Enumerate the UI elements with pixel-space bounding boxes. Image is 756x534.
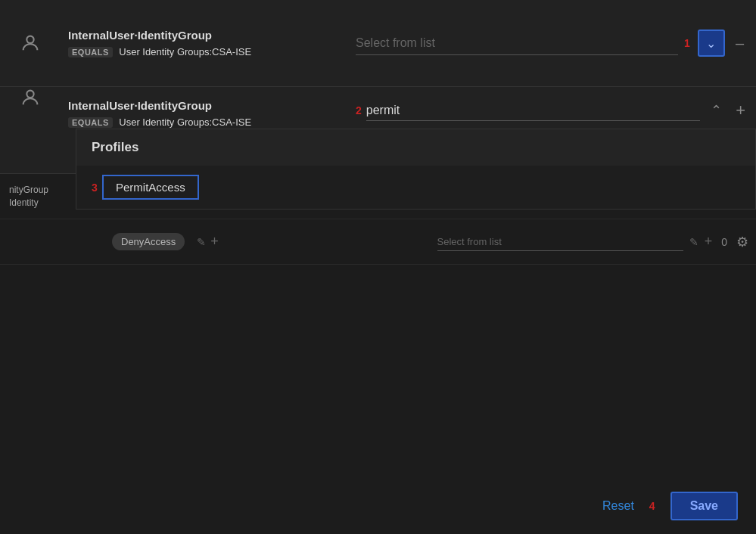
- step-badge-2: 2: [356, 104, 362, 116]
- plus-icon-2[interactable]: +: [210, 234, 219, 250]
- svg-point-1: [26, 91, 33, 98]
- footer: Reset 4 Save: [584, 478, 756, 534]
- pencil-icon-2[interactable]: ✎: [689, 236, 698, 248]
- suggestion-item-1[interactable]: 3 PermitAccess: [76, 166, 755, 209]
- condition-detail-1: EQUALS User Identity Groups:CSA-ISE: [68, 45, 341, 58]
- select-list-2[interactable]: Select from list: [437, 233, 683, 251]
- policy-row-2-left: [0, 236, 106, 248]
- rule-row-1-condition: InternalUser·IdentityGroup EQUALS User I…: [61, 17, 348, 70]
- add-icon-2[interactable]: +: [705, 234, 713, 250]
- rule-row-1-icon: [0, 33, 61, 54]
- rule-row-2: InternalUser·IdentityGroup EQUALS User I…: [0, 87, 756, 174]
- policy-row-2-right: Select from list ✎ + 0 ⚙: [430, 233, 757, 251]
- condition-title-2: InternalUser·IdentityGroup: [68, 99, 341, 112]
- main-container: InternalUser·IdentityGroup EQUALS User I…: [0, 0, 756, 534]
- step-badge-1: 1: [684, 37, 690, 49]
- minus-btn-1[interactable]: –: [731, 32, 748, 55]
- condition-title-1: InternalUser·IdentityGroup: [68, 29, 341, 42]
- collapse-btn[interactable]: ⌃: [706, 101, 726, 120]
- tag-text-2: DenyAccess: [121, 236, 176, 247]
- user-icon-2: [20, 87, 41, 108]
- suggestion-item-text-1[interactable]: PermitAccess: [102, 175, 199, 200]
- reset-button[interactable]: Reset: [602, 499, 634, 513]
- add-btn-search[interactable]: +: [733, 99, 748, 122]
- save-button[interactable]: Save: [670, 492, 738, 520]
- search-input-wrapper: 2: [356, 101, 700, 121]
- condition-equals-2: EQUALS: [68, 117, 113, 128]
- search-input[interactable]: [366, 101, 700, 121]
- pencil-icon-tag-2[interactable]: ✎: [197, 236, 206, 248]
- policy-row-2-center: DenyAccess ✎ +: [106, 227, 430, 256]
- rule-row-2-icon: [0, 87, 61, 108]
- rule-row-1: InternalUser·IdentityGroup EQUALS User I…: [0, 0, 756, 87]
- condition-value-2: User Identity Groups:CSA-ISE: [119, 116, 251, 128]
- condition-equals-1: EQUALS: [68, 47, 113, 57]
- gear-icon-2[interactable]: ⚙: [736, 234, 748, 250]
- dropdown-btn-1[interactable]: ⌄: [698, 29, 725, 57]
- suggestion-panel: Profiles 3 PermitAccess: [76, 129, 756, 210]
- step-badge-3: 3: [92, 182, 98, 194]
- svg-point-0: [26, 36, 33, 43]
- step-badge-4: 4: [649, 500, 655, 512]
- search-area: 2 ⌃ +: [348, 87, 756, 122]
- count-2: 0: [718, 236, 730, 248]
- condition-value-1: User Identity Groups:CSA-ISE: [119, 46, 251, 57]
- rule-row-1-right: Select from list 1 ⌄ –: [348, 29, 756, 57]
- tag-deny-access[interactable]: DenyAccess: [112, 233, 185, 250]
- condition-detail-2: EQUALS User Identity Groups:CSA-ISE: [68, 115, 341, 129]
- suggestion-header: Profiles: [76, 129, 755, 166]
- user-icon: [20, 33, 41, 54]
- select-from-list-1[interactable]: Select from list: [356, 32, 678, 55]
- policy-row-2: DenyAccess ✎ + Select from list ✎ + 0 ⚙: [0, 219, 756, 265]
